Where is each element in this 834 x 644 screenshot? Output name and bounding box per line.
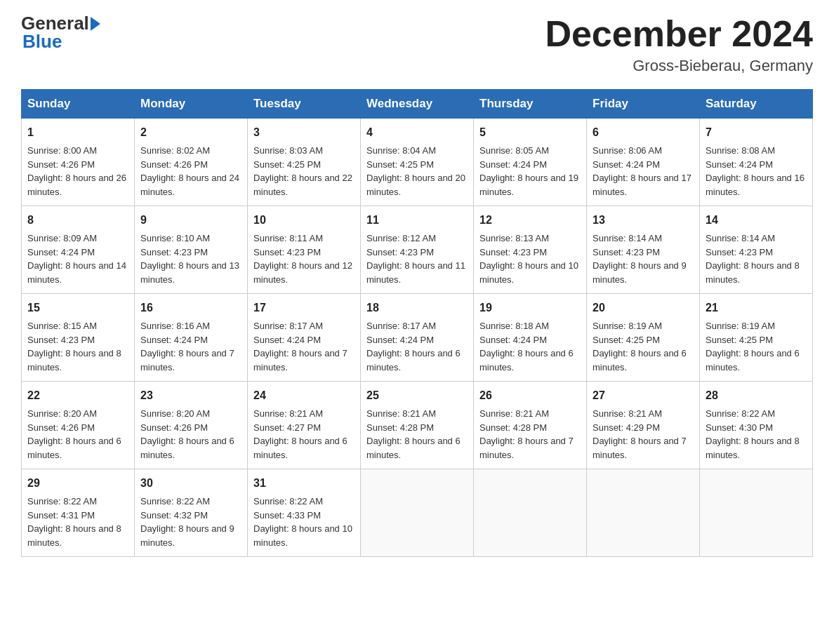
logo-blue: Blue — [22, 32, 62, 51]
day-info: Sunrise: 8:09 AMSunset: 4:24 PMDaylight:… — [27, 232, 128, 286]
col-header-thursday: Thursday — [474, 90, 587, 119]
day-number: 26 — [479, 387, 581, 404]
calendar-cell: 11Sunrise: 8:12 AMSunset: 4:23 PMDayligh… — [361, 206, 474, 294]
day-number: 11 — [366, 212, 468, 229]
day-number: 5 — [479, 124, 581, 141]
day-number: 1 — [27, 124, 128, 141]
calendar-week-3: 15Sunrise: 8:15 AMSunset: 4:23 PMDayligh… — [22, 294, 813, 382]
day-number: 12 — [479, 212, 581, 229]
day-number: 20 — [593, 300, 694, 316]
calendar-title: December 2024 — [545, 14, 813, 54]
day-number: 8 — [27, 212, 128, 229]
day-number: 18 — [366, 300, 468, 316]
calendar-cell: 7Sunrise: 8:08 AMSunset: 4:24 PMDaylight… — [700, 119, 813, 206]
col-header-tuesday: Tuesday — [248, 90, 361, 119]
day-number: 4 — [366, 124, 468, 141]
day-number: 16 — [140, 300, 241, 316]
day-info: Sunrise: 8:14 AMSunset: 4:23 PMDaylight:… — [706, 232, 807, 286]
calendar-cell: 1Sunrise: 8:00 AMSunset: 4:26 PMDaylight… — [22, 119, 135, 206]
col-header-saturday: Saturday — [700, 90, 813, 119]
day-info: Sunrise: 8:21 AMSunset: 4:28 PMDaylight:… — [479, 407, 581, 462]
day-info: Sunrise: 8:18 AMSunset: 4:24 PMDaylight:… — [479, 319, 581, 374]
day-info: Sunrise: 8:17 AMSunset: 4:24 PMDaylight:… — [253, 319, 355, 374]
day-number: 25 — [366, 387, 468, 404]
calendar-cell: 25Sunrise: 8:21 AMSunset: 4:28 PMDayligh… — [361, 382, 474, 469]
calendar-cell: 8Sunrise: 8:09 AMSunset: 4:24 PMDaylight… — [22, 206, 135, 294]
calendar-cell: 26Sunrise: 8:21 AMSunset: 4:28 PMDayligh… — [474, 382, 587, 469]
day-info: Sunrise: 8:20 AMSunset: 4:26 PMDaylight:… — [140, 407, 241, 462]
day-number: 14 — [706, 212, 807, 229]
header-row: SundayMondayTuesdayWednesdayThursdayFrid… — [22, 90, 813, 119]
day-number: 24 — [253, 387, 355, 404]
day-info: Sunrise: 8:06 AMSunset: 4:24 PMDaylight:… — [593, 144, 694, 199]
day-info: Sunrise: 8:05 AMSunset: 4:24 PMDaylight:… — [479, 144, 581, 199]
day-number: 21 — [706, 300, 807, 316]
calendar-cell: 6Sunrise: 8:06 AMSunset: 4:24 PMDaylight… — [587, 119, 700, 206]
calendar-cell: 15Sunrise: 8:15 AMSunset: 4:23 PMDayligh… — [22, 294, 135, 382]
day-info: Sunrise: 8:22 AMSunset: 4:32 PMDaylight:… — [140, 495, 241, 549]
calendar-cell — [361, 469, 474, 557]
day-info: Sunrise: 8:11 AMSunset: 4:23 PMDaylight:… — [253, 232, 355, 286]
day-info: Sunrise: 8:15 AMSunset: 4:23 PMDaylight:… — [27, 319, 128, 374]
day-info: Sunrise: 8:16 AMSunset: 4:24 PMDaylight:… — [140, 319, 241, 374]
calendar-cell — [700, 469, 813, 557]
day-info: Sunrise: 8:10 AMSunset: 4:23 PMDaylight:… — [140, 232, 241, 286]
calendar-cell: 5Sunrise: 8:05 AMSunset: 4:24 PMDaylight… — [474, 119, 587, 206]
page-header: General Blue December 2024 Gross-Biebera… — [21, 14, 813, 75]
day-number: 29 — [27, 475, 128, 492]
day-number: 10 — [253, 212, 355, 229]
logo: General Blue — [21, 14, 100, 51]
day-info: Sunrise: 8:17 AMSunset: 4:24 PMDaylight:… — [366, 319, 468, 374]
day-info: Sunrise: 8:21 AMSunset: 4:27 PMDaylight:… — [253, 407, 355, 462]
calendar-cell: 28Sunrise: 8:22 AMSunset: 4:30 PMDayligh… — [700, 382, 813, 469]
day-info: Sunrise: 8:12 AMSunset: 4:23 PMDaylight:… — [366, 232, 468, 286]
day-info: Sunrise: 8:21 AMSunset: 4:29 PMDaylight:… — [593, 407, 694, 462]
calendar-subtitle: Gross-Bieberau, Germany — [545, 57, 813, 75]
calendar-cell: 23Sunrise: 8:20 AMSunset: 4:26 PMDayligh… — [135, 382, 248, 469]
calendar-week-5: 29Sunrise: 8:22 AMSunset: 4:31 PMDayligh… — [22, 469, 813, 557]
calendar-cell: 9Sunrise: 8:10 AMSunset: 4:23 PMDaylight… — [135, 206, 248, 294]
calendar-cell: 2Sunrise: 8:02 AMSunset: 4:26 PMDaylight… — [135, 119, 248, 206]
calendar-cell: 24Sunrise: 8:21 AMSunset: 4:27 PMDayligh… — [248, 382, 361, 469]
calendar-week-4: 22Sunrise: 8:20 AMSunset: 4:26 PMDayligh… — [22, 382, 813, 469]
day-number: 30 — [140, 475, 241, 492]
calendar-week-2: 8Sunrise: 8:09 AMSunset: 4:24 PMDaylight… — [22, 206, 813, 294]
day-number: 31 — [253, 475, 355, 492]
day-info: Sunrise: 8:08 AMSunset: 4:24 PMDaylight:… — [706, 144, 807, 199]
logo-arrow-icon — [91, 17, 100, 31]
calendar-cell — [474, 469, 587, 557]
day-number: 27 — [593, 387, 694, 404]
calendar-cell: 31Sunrise: 8:22 AMSunset: 4:33 PMDayligh… — [248, 469, 361, 557]
col-header-monday: Monday — [135, 90, 248, 119]
day-info: Sunrise: 8:04 AMSunset: 4:25 PMDaylight:… — [366, 144, 468, 199]
calendar-table: SundayMondayTuesdayWednesdayThursdayFrid… — [21, 89, 813, 557]
logo-general: General — [21, 14, 89, 32]
day-number: 23 — [140, 387, 241, 404]
calendar-cell: 16Sunrise: 8:16 AMSunset: 4:24 PMDayligh… — [135, 294, 248, 382]
day-info: Sunrise: 8:19 AMSunset: 4:25 PMDaylight:… — [706, 319, 807, 374]
day-info: Sunrise: 8:02 AMSunset: 4:26 PMDaylight:… — [140, 144, 241, 199]
day-number: 9 — [140, 212, 241, 229]
day-info: Sunrise: 8:22 AMSunset: 4:33 PMDaylight:… — [253, 495, 355, 549]
day-info: Sunrise: 8:21 AMSunset: 4:28 PMDaylight:… — [366, 407, 468, 462]
day-number: 13 — [593, 212, 694, 229]
calendar-cell: 4Sunrise: 8:04 AMSunset: 4:25 PMDaylight… — [361, 119, 474, 206]
day-number: 22 — [27, 387, 128, 404]
day-info: Sunrise: 8:20 AMSunset: 4:26 PMDaylight:… — [27, 407, 128, 462]
day-number: 15 — [27, 300, 128, 316]
calendar-cell: 21Sunrise: 8:19 AMSunset: 4:25 PMDayligh… — [700, 294, 813, 382]
calendar-cell: 30Sunrise: 8:22 AMSunset: 4:32 PMDayligh… — [135, 469, 248, 557]
title-section: December 2024 Gross-Bieberau, Germany — [545, 14, 813, 75]
day-number: 7 — [706, 124, 807, 141]
calendar-cell: 14Sunrise: 8:14 AMSunset: 4:23 PMDayligh… — [700, 206, 813, 294]
calendar-cell: 12Sunrise: 8:13 AMSunset: 4:23 PMDayligh… — [474, 206, 587, 294]
calendar-cell: 27Sunrise: 8:21 AMSunset: 4:29 PMDayligh… — [587, 382, 700, 469]
day-info: Sunrise: 8:22 AMSunset: 4:31 PMDaylight:… — [27, 495, 128, 549]
calendar-week-1: 1Sunrise: 8:00 AMSunset: 4:26 PMDaylight… — [22, 119, 813, 206]
col-header-friday: Friday — [587, 90, 700, 119]
calendar-cell: 13Sunrise: 8:14 AMSunset: 4:23 PMDayligh… — [587, 206, 700, 294]
day-number: 3 — [253, 124, 355, 141]
day-number: 2 — [140, 124, 241, 141]
calendar-cell: 10Sunrise: 8:11 AMSunset: 4:23 PMDayligh… — [248, 206, 361, 294]
day-info: Sunrise: 8:22 AMSunset: 4:30 PMDaylight:… — [706, 407, 807, 462]
